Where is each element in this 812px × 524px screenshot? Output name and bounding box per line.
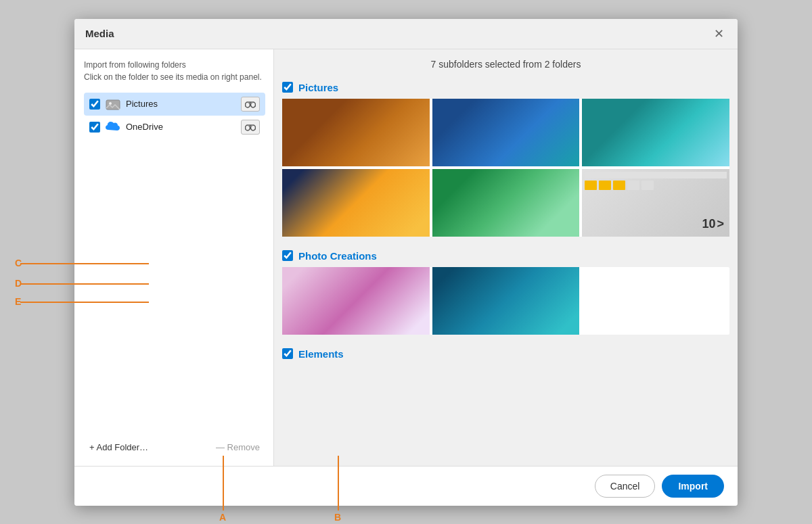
section-title-elements: Elements: [298, 348, 344, 360]
pictures-folder-icon: [106, 98, 120, 110]
dialog-title: Media: [85, 28, 114, 39]
folder-item-pictures[interactable]: Pictures: [84, 93, 265, 116]
media-thumb-beach[interactable]: [432, 169, 580, 237]
binoculars-button-onedrive[interactable]: [241, 120, 260, 135]
media-grid-photo-creations: [282, 267, 729, 335]
instructions: Import from following folders Click on t…: [84, 59, 265, 83]
folder-name-pictures: Pictures: [126, 99, 235, 109]
right-panel: 7 subfolders selected from 2 folders Pic…: [274, 49, 738, 466]
dialog-body: Import from following folders Click on t…: [74, 49, 738, 466]
media-thumb-sunset[interactable]: [282, 169, 430, 237]
svg-text:B: B: [334, 512, 341, 523]
media-thumb-running[interactable]: [282, 99, 430, 166]
dialog-footer: Cancel Import: [74, 466, 738, 506]
media-thumb-more[interactable]: 10 >: [582, 169, 729, 237]
section-photo-creations: Photo Creations: [282, 250, 729, 335]
dialog-titlebar: Media ✕: [74, 19, 738, 49]
svg-text:D: D: [15, 278, 22, 289]
section-checkbox-pictures[interactable]: [282, 82, 293, 93]
media-dialog: Media ✕ Import from following folders Cl…: [74, 19, 738, 506]
left-panel: Import from following folders Click on t…: [74, 49, 274, 466]
section-header-pictures: Pictures: [282, 82, 729, 93]
media-thumb-diving[interactable]: [432, 99, 580, 166]
media-grid-pictures: 10 >: [282, 99, 729, 237]
media-thumb-flowers[interactable]: [282, 267, 430, 335]
right-panel-content[interactable]: Pictures: [274, 76, 738, 466]
onedrive-icon: [106, 121, 120, 133]
folder-checkbox-onedrive[interactable]: [89, 122, 100, 133]
svg-text:E: E: [15, 296, 21, 307]
folder-name-onedrive: OneDrive: [126, 122, 235, 132]
remove-button[interactable]: — Remove: [210, 438, 265, 456]
section-checkbox-photo-creations[interactable]: [282, 250, 293, 261]
section-checkbox-elements[interactable]: [282, 348, 293, 359]
section-elements: Elements: [282, 348, 729, 365]
section-title-photo-creations: Photo Creations: [298, 250, 377, 262]
subfolder-count-label: 7 subfolders selected from 2 folders: [431, 59, 581, 70]
media-thumb-wave[interactable]: [432, 267, 580, 335]
add-folder-button[interactable]: + Add Folder…: [84, 438, 154, 456]
left-panel-bottom: + Add Folder… — Remove: [84, 431, 265, 466]
section-pictures: Pictures: [282, 82, 729, 237]
folder-checkbox-pictures[interactable]: [89, 99, 100, 110]
right-panel-header: 7 subfolders selected from 2 folders: [274, 49, 738, 76]
svg-text:A: A: [219, 512, 226, 523]
cancel-button[interactable]: Cancel: [595, 475, 656, 498]
binoculars-button-pictures[interactable]: [241, 97, 260, 112]
folder-item-onedrive[interactable]: OneDrive: [84, 116, 265, 139]
close-button[interactable]: ✕: [710, 26, 727, 42]
folder-list: Pictures: [84, 93, 265, 139]
section-header-elements: Elements: [282, 348, 729, 360]
import-button[interactable]: Import: [662, 475, 724, 498]
section-title-pictures: Pictures: [298, 82, 338, 93]
media-thumb-kayak[interactable]: [582, 99, 729, 166]
section-header-photo-creations: Photo Creations: [282, 250, 729, 262]
svg-text:C: C: [15, 258, 22, 268]
